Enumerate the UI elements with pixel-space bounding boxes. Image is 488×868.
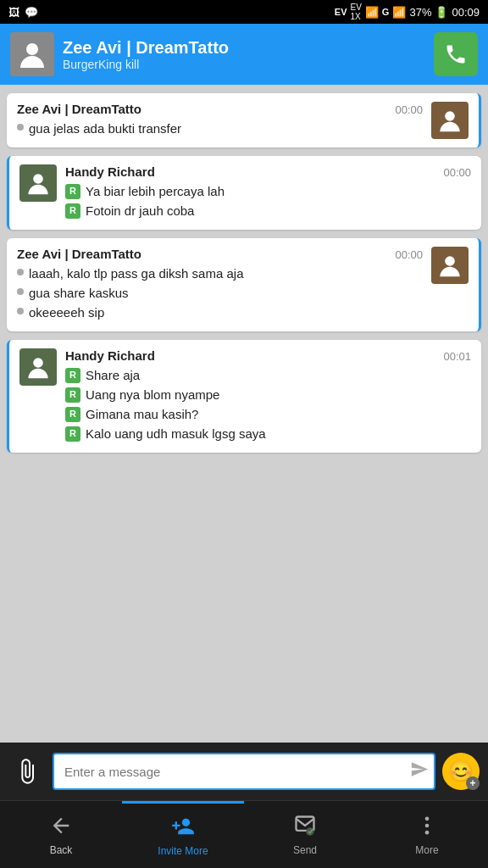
bubble-header: Zee Avi | DreamTatto 00:00 xyxy=(17,102,423,116)
signal-bars-icon: 📶 xyxy=(365,6,379,19)
message-item: laaah, kalo tlp pass ga diksh sama aja xyxy=(17,264,423,282)
bb-delivered-icon: R xyxy=(65,426,80,442)
bubble-header: Zee Avi | DreamTatto 00:00 xyxy=(17,247,423,261)
send-nav-icon xyxy=(293,814,317,841)
message-time: 00:01 xyxy=(443,350,471,363)
svg-point-0 xyxy=(26,43,38,55)
message-text: gua share kaskus xyxy=(29,284,129,302)
sender-avatar xyxy=(19,348,57,386)
message-item: R Kalo uang udh masuk lgsg saya xyxy=(65,425,471,442)
message-item: R Fotoin dr jauh coba xyxy=(65,202,471,220)
message-time: 00:00 xyxy=(395,103,423,116)
attach-button[interactable] xyxy=(8,753,46,790)
back-icon xyxy=(49,814,73,841)
message-text: Uang nya blom nyampe xyxy=(86,386,219,403)
bullet-icon xyxy=(17,288,24,295)
invite-more-icon xyxy=(171,815,195,842)
emoji-button[interactable]: 😊 + xyxy=(442,753,480,790)
bubble-content: Handy Richard 00:01 R Share aja R Uang n… xyxy=(65,348,471,444)
message-bubble: Zee Avi | DreamTatto 00:00 laaah, kalo t… xyxy=(7,238,481,331)
nav-back-label: Back xyxy=(50,844,73,856)
bullet-icon xyxy=(17,269,24,275)
call-button[interactable] xyxy=(434,32,478,76)
contact-info: Zee Avi | DreamTatto BurgerKing kill xyxy=(63,37,425,71)
sender-name: Handy Richard xyxy=(65,164,155,179)
message-status-icon: 💬 xyxy=(25,6,38,19)
chat-header: Zee Avi | DreamTatto BurgerKing kill xyxy=(0,24,488,85)
bullet-icon xyxy=(17,124,24,131)
svg-point-4 xyxy=(33,358,43,368)
chat-area: Zee Avi | DreamTatto 00:00 gua jelas ada… xyxy=(0,85,488,743)
svg-point-8 xyxy=(425,823,430,827)
svg-point-2 xyxy=(33,174,43,184)
nav-send-label: Send xyxy=(293,844,317,856)
svg-point-6 xyxy=(306,827,313,835)
message-item: gua share kaskus xyxy=(17,284,423,302)
signal-bars2-icon: 📶 xyxy=(392,6,406,19)
message-text: Gimana mau kasih? xyxy=(86,405,198,423)
nav-send[interactable]: Send xyxy=(244,801,366,868)
nav-more-label: More xyxy=(415,844,438,856)
sender-name: Zee Avi | DreamTatto xyxy=(17,102,141,116)
bb-delivered-icon: R xyxy=(65,407,80,422)
contact-name: Zee Avi | DreamTatto xyxy=(63,37,425,58)
bubble-header: Handy Richard 00:00 xyxy=(65,164,471,179)
bottom-nav: Back Invite More Send More xyxy=(0,800,488,868)
sender-avatar xyxy=(431,102,469,139)
battery-level: 37% xyxy=(409,6,431,19)
ev-icon: EV xyxy=(335,7,347,17)
message-bubble: Handy Richard 00:01 R Share aja R Uang n… xyxy=(7,340,481,453)
sender-avatar xyxy=(19,164,57,202)
message-item: gua jelas ada bukti transfer xyxy=(17,120,423,137)
emoji-plus-icon: + xyxy=(466,776,480,790)
svg-point-3 xyxy=(445,256,455,266)
time-display: 00:09 xyxy=(452,6,480,19)
contact-status: BurgerKing kill xyxy=(63,58,425,71)
bb-delivered-icon: R xyxy=(65,368,80,383)
send-inside-icon xyxy=(410,760,429,783)
message-input[interactable] xyxy=(53,753,435,790)
message-text: Fotoin dr jauh coba xyxy=(86,202,194,220)
sender-name: Zee Avi | DreamTatto xyxy=(17,247,141,261)
bubble-content: Zee Avi | DreamTatto 00:00 laaah, kalo t… xyxy=(17,247,423,323)
message-bubble: Handy Richard 00:00 R Ya biar lebih perc… xyxy=(7,156,481,230)
message-bubble: Zee Avi | DreamTatto 00:00 gua jelas ada… xyxy=(7,93,481,147)
svg-point-1 xyxy=(445,111,455,121)
bubble-content: Handy Richard 00:00 R Ya biar lebih perc… xyxy=(65,164,471,221)
g-icon: G xyxy=(382,7,390,17)
message-text: Kalo uang udh masuk lgsg saya xyxy=(86,425,266,442)
bubble-content: Zee Avi | DreamTatto 00:00 gua jelas ada… xyxy=(17,102,423,139)
message-item: R Share aja xyxy=(65,366,471,384)
message-text: Ya biar lebih percaya lah xyxy=(86,182,225,200)
message-input-wrapper xyxy=(53,753,435,790)
bb-delivered-icon: R xyxy=(65,184,80,199)
svg-point-9 xyxy=(425,830,430,834)
status-bar: 🖼 💬 EV EV1X 📶 G 📶 37% 🔋 00:09 xyxy=(0,0,488,24)
nav-more[interactable]: More xyxy=(366,801,488,868)
message-item: okeeeeeh sip xyxy=(17,303,423,321)
message-time: 00:00 xyxy=(443,166,471,179)
message-item: R Uang nya blom nyampe xyxy=(65,386,471,403)
contact-avatar xyxy=(10,32,54,76)
nav-back[interactable]: Back xyxy=(0,801,122,868)
message-item: R Gimana mau kasih? xyxy=(65,405,471,423)
bb-delivered-icon: R xyxy=(65,387,80,403)
nav-invite-more-label: Invite More xyxy=(158,845,208,857)
bb-delivered-icon: R xyxy=(65,203,80,219)
battery-icon: 🔋 xyxy=(435,6,448,19)
message-text: okeeeeeh sip xyxy=(29,303,104,321)
nav-invite-more[interactable]: Invite More xyxy=(122,801,244,868)
more-icon xyxy=(415,814,439,841)
message-time: 00:00 xyxy=(395,248,423,261)
message-text: gua jelas ada bukti transfer xyxy=(29,120,181,137)
sender-name: Handy Richard xyxy=(65,348,155,363)
bullet-icon xyxy=(17,308,24,314)
message-text: Share aja xyxy=(86,366,140,384)
svg-point-7 xyxy=(425,816,430,821)
bubble-header: Handy Richard 00:01 xyxy=(65,348,471,363)
message-item: R Ya biar lebih percaya lah xyxy=(65,182,471,200)
sender-avatar xyxy=(431,247,469,284)
message-text: laaah, kalo tlp pass ga diksh sama aja xyxy=(29,264,243,282)
input-bar: 😊 + xyxy=(0,743,488,800)
ev1x-icon: EV1X xyxy=(351,3,362,21)
